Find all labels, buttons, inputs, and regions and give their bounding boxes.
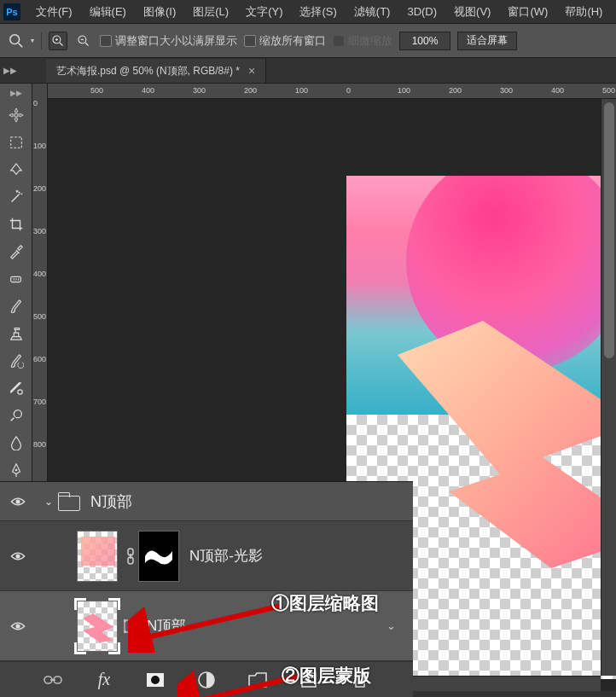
history-brush-tool[interactable]: [5, 350, 27, 372]
ruler-h-tick: 400: [142, 86, 154, 95]
svg-point-0: [10, 34, 20, 44]
menu-edit[interactable]: 编辑(E): [81, 4, 135, 20]
layer-mask-link-icon[interactable]: [123, 548, 138, 565]
scrubby-zoom-option: 细微缩放: [333, 33, 392, 49]
layer-name[interactable]: N顶部-光影: [189, 546, 263, 566]
layer-visibility-toggle[interactable]: [0, 551, 36, 561]
tab-close-icon[interactable]: ×: [248, 64, 255, 78]
svg-point-23: [15, 624, 20, 628]
svg-rect-25: [124, 619, 126, 622]
ruler-v-tick: 300: [33, 227, 46, 235]
menu-bar: Ps 文件(F) 编辑(E) 图像(I) 图层(L) 文字(Y) 选择(S) 滤…: [0, 0, 616, 24]
tab-bar-expand-icon[interactable]: ▶▶: [0, 58, 20, 83]
blur-tool[interactable]: [5, 432, 27, 454]
marquee-tool[interactable]: [5, 131, 27, 154]
fit-screen-button[interactable]: 适合屏幕: [457, 32, 517, 50]
zoom-all-checkbox[interactable]: [244, 35, 256, 47]
svg-rect-24: [125, 620, 137, 632]
document-tab[interactable]: 艺术海报.psd @ 50% (N顶部, RGB/8#) * ×: [46, 58, 266, 83]
svg-line-16: [10, 418, 14, 421]
svg-rect-27: [124, 630, 126, 633]
zoom-tool-icon[interactable]: [9, 33, 24, 49]
vertical-scrollbar[interactable]: [601, 99, 616, 676]
link-layers-button[interactable]: [43, 670, 63, 690]
group-disclosure-icon[interactable]: ⌄: [44, 496, 53, 508]
menu-3d[interactable]: 3D(D): [398, 5, 445, 18]
ruler-v-tick: 600: [33, 355, 46, 363]
layer-group-row[interactable]: ⌄ N顶部: [0, 482, 413, 521]
svg-rect-35: [302, 673, 316, 687]
ruler-h-tick: 200: [449, 86, 462, 95]
layers-panel: ⌄ N顶部 N顶部-光影 N顶部: [0, 481, 413, 697]
zoom-in-button[interactable]: [49, 32, 67, 50]
ruler-h-tick: 0: [346, 86, 351, 95]
zoom-percentage[interactable]: 100%: [399, 32, 450, 50]
delete-layer-button[interactable]: [350, 670, 370, 690]
layer-row-selected[interactable]: N顶部 ⌄: [0, 591, 413, 661]
add-mask-button[interactable]: [145, 670, 166, 690]
zoom-out-button[interactable]: [74, 32, 93, 50]
layer-visibility-toggle[interactable]: [0, 497, 36, 507]
adjustment-layer-button[interactable]: [196, 670, 217, 690]
menu-file[interactable]: 文件(F): [27, 4, 81, 20]
healing-brush-tool[interactable]: [5, 268, 27, 290]
eyedropper-tool[interactable]: [5, 241, 27, 263]
ruler-h-tick: 400: [551, 86, 564, 95]
menu-help[interactable]: 帮助(H): [556, 4, 611, 20]
menu-window[interactable]: 窗口(W): [499, 4, 556, 20]
layer-row[interactable]: N顶部-光影: [0, 521, 413, 591]
new-layer-button[interactable]: [299, 670, 319, 690]
lasso-tool[interactable]: [5, 159, 27, 181]
layer-visibility-toggle[interactable]: [0, 621, 36, 631]
vector-mask-icon[interactable]: [123, 619, 138, 634]
brush-tool[interactable]: [5, 295, 27, 317]
tool-strip-expand-icon[interactable]: ▶▶: [10, 89, 22, 99]
menu-select[interactable]: 选择(S): [291, 4, 345, 20]
svg-rect-28: [135, 630, 137, 633]
move-tool[interactable]: [5, 104, 27, 126]
menu-type[interactable]: 文字(Y): [237, 4, 291, 20]
pen-tool[interactable]: [5, 459, 27, 481]
options-bar: ▾ 调整窗口大小以满屏显示 缩放所有窗口 细微缩放 100% 适合屏幕: [0, 24, 616, 58]
document-tab-title: 艺术海报.psd @ 50% (N顶部, RGB/8#) *: [56, 64, 240, 78]
layers-bottom-actions: fx: [0, 661, 413, 697]
resize-window-checkbox[interactable]: [100, 35, 112, 47]
tool-preset-chevron-icon[interactable]: ▾: [31, 37, 34, 44]
menu-filter[interactable]: 滤镜(T): [346, 4, 399, 20]
artwork-n-shape: [381, 312, 616, 611]
ruler-v-tick: 0: [33, 99, 38, 107]
svg-point-17: [15, 469, 17, 472]
layer-badge-chevron-icon[interactable]: ⌄: [386, 619, 396, 632]
zoom-all-label: 缩放所有窗口: [259, 33, 326, 49]
layer-name[interactable]: N顶部: [147, 616, 186, 636]
svg-point-14: [17, 390, 21, 394]
layer-style-button[interactable]: fx: [94, 670, 114, 690]
folder-icon: [58, 492, 80, 511]
zoom-all-option[interactable]: 缩放所有窗口: [244, 33, 326, 49]
clone-stamp-tool[interactable]: [5, 322, 27, 345]
magic-wand-tool[interactable]: [5, 186, 27, 208]
dodge-tool[interactable]: [5, 404, 27, 427]
menu-image[interactable]: 图像(I): [135, 4, 184, 20]
menu-layer[interactable]: 图层(L): [184, 4, 237, 20]
layer-thumbnail[interactable]: [77, 601, 118, 652]
resize-window-option[interactable]: 调整窗口大小以满屏显示: [100, 33, 237, 49]
scrollbar-thumb[interactable]: [604, 102, 614, 358]
layer-mask-thumbnail[interactable]: [138, 531, 179, 582]
svg-point-18: [15, 499, 20, 503]
ruler-h-tick: 100: [398, 86, 410, 95]
ruler-h-tick: 200: [244, 86, 257, 95]
ruler-v-tick: 100: [33, 142, 46, 150]
ruler-horizontal: 500 400 300 200 100 0 100 200 300 400 50…: [48, 84, 616, 99]
gradient-tool[interactable]: [5, 377, 27, 399]
menu-view[interactable]: 视图(V): [445, 4, 499, 20]
new-group-button[interactable]: [247, 670, 268, 690]
ruler-v-tick: 700: [33, 398, 46, 406]
separator: [41, 32, 42, 49]
svg-line-3: [60, 43, 63, 46]
layer-thumbnail[interactable]: [77, 531, 118, 582]
ruler-h-tick: 500: [90, 86, 103, 95]
layer-group-name[interactable]: N顶部: [90, 491, 132, 512]
ruler-v-tick: 200: [33, 184, 46, 193]
crop-tool[interactable]: [5, 213, 27, 235]
